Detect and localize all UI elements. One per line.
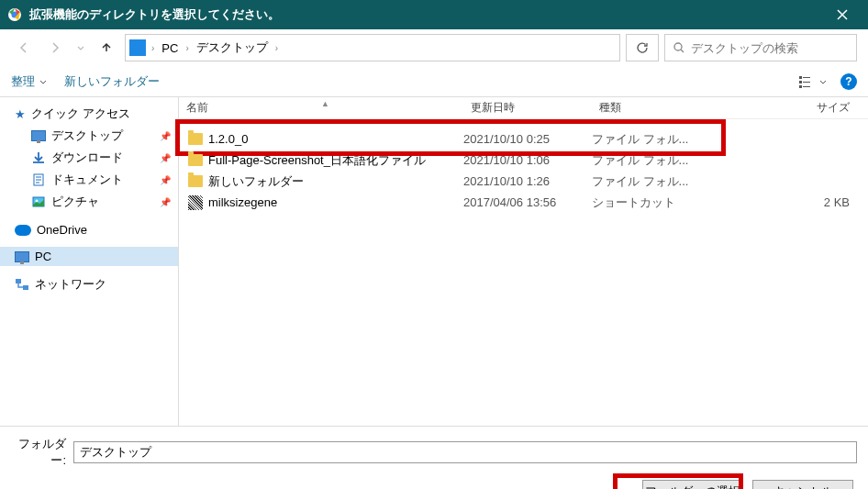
close-button[interactable] bbox=[824, 0, 861, 29]
file-list: 1.2.0_0 2021/10/10 0:25 ファイル フォル... Full… bbox=[179, 119, 868, 426]
recent-dropdown-button[interactable] bbox=[73, 35, 88, 61]
path-segment-pc[interactable]: PC bbox=[158, 39, 182, 57]
download-icon bbox=[31, 150, 46, 165]
view-options-button[interactable] bbox=[798, 75, 828, 88]
sidebar-quick-access[interactable]: ★ クイック アクセス bbox=[0, 103, 178, 125]
svg-rect-7 bbox=[799, 85, 802, 88]
titlebar: 拡張機能のディレクトリを選択してください。 bbox=[0, 0, 868, 29]
chevron-down-icon bbox=[39, 77, 48, 86]
refresh-button[interactable] bbox=[626, 34, 659, 61]
svg-point-2 bbox=[674, 43, 682, 50]
shortcut-icon bbox=[188, 195, 203, 210]
select-folder-button[interactable]: フォルダーの選択 bbox=[642, 480, 743, 489]
sort-indicator-icon: ▲ bbox=[321, 99, 329, 108]
column-type[interactable]: 種類 bbox=[592, 100, 711, 116]
nav-row: › PC › デスクトップ › bbox=[0, 29, 868, 66]
new-folder-button[interactable]: 新しいフォルダー bbox=[64, 73, 160, 90]
pin-icon: 📌 bbox=[160, 197, 171, 207]
folder-label: フォルダー: bbox=[11, 436, 66, 469]
columns-header: 名前 ▲ 更新日時 種類 サイズ bbox=[179, 97, 868, 119]
document-icon bbox=[31, 172, 46, 187]
file-row[interactable]: Full-Page-Screenshot_日本語化ファイル 2021/10/10… bbox=[179, 150, 868, 171]
pin-icon: 📌 bbox=[160, 175, 171, 185]
sidebar-item-pictures[interactable]: ピクチャ 📌 bbox=[0, 191, 178, 213]
forward-button[interactable] bbox=[42, 35, 68, 61]
sidebar-network[interactable]: ネットワーク bbox=[0, 273, 178, 295]
svg-rect-8 bbox=[803, 86, 810, 87]
chevron-down-icon bbox=[818, 77, 828, 86]
onedrive-icon bbox=[15, 225, 31, 236]
svg-rect-4 bbox=[803, 77, 810, 78]
file-row[interactable]: 新しいフォルダー 2021/10/10 1:26 ファイル フォル... bbox=[179, 171, 868, 192]
cancel-button[interactable]: キャンセル bbox=[752, 480, 853, 489]
search-input[interactable] bbox=[691, 41, 849, 55]
path-segment-desktop[interactable]: デスクトップ bbox=[193, 38, 272, 58]
column-date[interactable]: 更新日時 bbox=[463, 100, 592, 116]
svg-rect-12 bbox=[16, 279, 21, 283]
monitor-icon bbox=[129, 39, 146, 56]
svg-rect-5 bbox=[799, 81, 802, 83]
toolbar: 整理 新しいフォルダー ? bbox=[0, 66, 868, 97]
pc-icon bbox=[15, 251, 29, 262]
help-button[interactable]: ? bbox=[840, 73, 857, 90]
search-icon bbox=[673, 41, 685, 54]
up-button[interactable] bbox=[94, 35, 119, 61]
star-icon: ★ bbox=[15, 107, 26, 121]
pictures-icon bbox=[31, 194, 46, 209]
svg-rect-3 bbox=[799, 76, 802, 79]
desktop-icon bbox=[31, 130, 46, 141]
pin-icon: 📌 bbox=[160, 131, 171, 141]
chevron-right-icon: › bbox=[151, 43, 154, 53]
network-icon bbox=[15, 277, 29, 292]
sidebar-onedrive[interactable]: OneDrive bbox=[0, 220, 178, 239]
search-box[interactable] bbox=[664, 34, 857, 61]
svg-rect-6 bbox=[803, 82, 810, 83]
path-bar[interactable]: › PC › デスクトップ › bbox=[125, 34, 620, 61]
chevron-right-icon: › bbox=[275, 43, 278, 53]
folder-icon bbox=[188, 133, 203, 145]
body-area: ★ クイック アクセス デスクトップ 📌 ダウンロード 📌 ドキュメント 📌 ピ… bbox=[0, 97, 868, 426]
chevron-right-icon: › bbox=[185, 43, 188, 53]
back-button[interactable] bbox=[11, 35, 37, 61]
sidebar-item-downloads[interactable]: ダウンロード 📌 bbox=[0, 147, 178, 169]
organize-menu[interactable]: 整理 bbox=[11, 73, 48, 90]
file-row[interactable]: 1.2.0_0 2021/10/10 0:25 ファイル フォル... bbox=[179, 128, 868, 150]
dialog-title: 拡張機能のディレクトリを選択してください。 bbox=[29, 6, 824, 23]
pin-icon: 📌 bbox=[160, 153, 171, 163]
folder-icon bbox=[188, 175, 203, 187]
file-area: 名前 ▲ 更新日時 種類 サイズ 1.2.0_0 2021/10/10 0:25… bbox=[179, 97, 868, 426]
sidebar-item-desktop[interactable]: デスクトップ 📌 bbox=[0, 125, 178, 147]
chrome-icon bbox=[7, 7, 22, 22]
svg-rect-13 bbox=[23, 285, 28, 290]
folder-name-input[interactable] bbox=[73, 441, 857, 463]
column-size[interactable]: サイズ bbox=[711, 100, 868, 116]
sidebar-pc[interactable]: PC bbox=[0, 247, 178, 266]
file-row[interactable]: milksizegene 2017/04/06 13:56 ショートカット 2 … bbox=[179, 192, 868, 213]
sidebar-item-documents[interactable]: ドキュメント 📌 bbox=[0, 169, 178, 191]
folder-icon bbox=[188, 154, 203, 166]
sidebar: ★ クイック アクセス デスクトップ 📌 ダウンロード 📌 ドキュメント 📌 ピ… bbox=[0, 97, 179, 426]
footer: フォルダー: フォルダーの選択 キャンセル bbox=[0, 426, 868, 489]
